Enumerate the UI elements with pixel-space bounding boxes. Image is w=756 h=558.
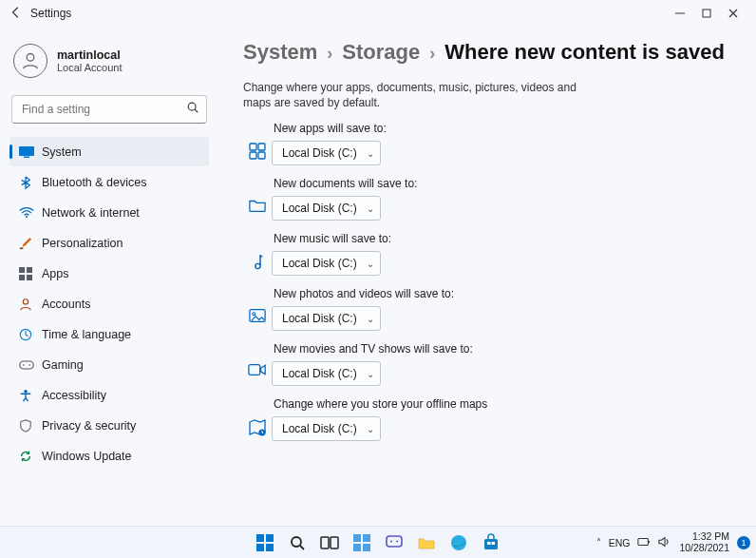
setting-row-music: New music will save to: Local Disk (C:) …: [243, 232, 729, 276]
video-icon: [243, 363, 272, 376]
svg-rect-21: [250, 152, 256, 159]
sidebar-item-label: Time & language: [42, 328, 131, 341]
breadcrumb-system[interactable]: System: [243, 40, 317, 65]
sidebar-item-label: System: [42, 145, 82, 159]
accounts-icon: [19, 298, 42, 311]
svg-rect-35: [331, 537, 338, 548]
svg-rect-22: [258, 152, 265, 159]
svg-rect-36: [353, 534, 361, 542]
taskbar-time: 1:32 PM: [679, 531, 729, 542]
back-button[interactable]: [9, 6, 30, 22]
photos-drive-dropdown[interactable]: Local Disk (C:) ⌄: [272, 306, 381, 331]
search-icon[interactable]: [186, 101, 199, 117]
sidebar-item-network[interactable]: Network & internet: [9, 198, 209, 227]
store-button[interactable]: [477, 529, 505, 557]
app-grid-icon: [243, 143, 272, 160]
maximize-button[interactable]: [693, 9, 720, 18]
svg-rect-11: [19, 275, 25, 280]
chevron-down-icon: ⌄: [367, 259, 374, 269]
setting-label: New apps will save to:: [272, 122, 387, 135]
user-name: martinlocal: [57, 48, 123, 62]
svg-rect-40: [387, 536, 402, 547]
edge-button[interactable]: [444, 529, 473, 557]
setting-row-photos: New photos and videos will save to: Loca…: [243, 287, 729, 331]
chevron-right-icon: ›: [327, 44, 332, 64]
gaming-icon: [19, 359, 42, 371]
dropdown-value: Local Disk (C:): [282, 257, 357, 270]
task-view-button[interactable]: [315, 529, 344, 557]
sidebar-item-system[interactable]: System: [9, 137, 209, 166]
svg-rect-28: [256, 534, 264, 542]
minimize-button[interactable]: [667, 9, 693, 18]
taskbar: ˄ ENG 1:32 PM 10/28/2021 1: [0, 526, 756, 558]
dropdown-value: Local Disk (C:): [282, 312, 357, 325]
chat-button[interactable]: [380, 529, 408, 557]
user-block[interactable]: martinlocal Local Account: [13, 44, 209, 78]
apps-icon: [19, 267, 42, 280]
dropdown-value: Local Disk (C:): [282, 367, 357, 380]
sidebar: martinlocal Local Account System Bluetoo…: [0, 27, 218, 526]
svg-rect-15: [20, 361, 33, 369]
taskbar-clock[interactable]: 1:32 PM 10/28/2021: [679, 531, 729, 552]
close-button[interactable]: [720, 9, 747, 18]
sidebar-item-apps[interactable]: Apps: [9, 259, 209, 288]
sidebar-item-accounts[interactable]: Accounts: [9, 289, 209, 318]
svg-point-3: [188, 103, 196, 110]
file-explorer-button[interactable]: [412, 529, 441, 557]
svg-rect-29: [266, 534, 274, 542]
sidebar-item-label: Gaming: [42, 358, 84, 372]
avatar-icon: [13, 44, 47, 78]
taskbar-search-button[interactable]: [283, 529, 312, 557]
svg-rect-20: [258, 144, 265, 150]
docs-drive-dropdown[interactable]: Local Disk (C:) ⌄: [272, 196, 381, 221]
sidebar-item-personalization[interactable]: Personalization: [9, 228, 209, 258]
setting-row-apps: New apps will save to: Local Disk (C:) ⌄: [243, 122, 729, 165]
start-button[interactable]: [251, 529, 279, 557]
update-icon: [19, 450, 42, 463]
chevron-down-icon: ⌄: [367, 148, 374, 159]
setting-label: Change where you store your offline maps: [272, 397, 487, 411]
setting-label: New movies and TV shows will save to:: [272, 342, 473, 356]
sidebar-nav: System Bluetooth & devices Network & int…: [9, 137, 209, 471]
picture-icon: [243, 308, 272, 323]
sidebar-item-bluetooth[interactable]: Bluetooth & devices: [9, 167, 209, 197]
svg-rect-12: [27, 275, 32, 280]
setting-label: New photos and videos will save to:: [272, 287, 454, 300]
chevron-down-icon: ⌄: [367, 203, 374, 214]
breadcrumb-current: Where new content is saved: [444, 40, 725, 65]
svg-point-23: [255, 264, 260, 269]
svg-point-32: [292, 537, 301, 547]
sidebar-item-update[interactable]: Windows Update: [9, 441, 209, 471]
maps-drive-dropdown[interactable]: Local Disk (C:) ⌄: [272, 416, 381, 441]
music-drive-dropdown[interactable]: Local Disk (C:) ⌄: [272, 251, 381, 276]
dropdown-value: Local Disk (C:): [282, 146, 357, 160]
sidebar-item-time[interactable]: Time & language: [9, 319, 209, 349]
setting-label: New music will save to:: [272, 232, 391, 245]
search-field-wrapper: [11, 95, 207, 124]
setting-row-movies: New movies and TV shows will save to: Lo…: [243, 342, 729, 386]
svg-point-16: [23, 364, 25, 366]
movies-drive-dropdown[interactable]: Local Disk (C:) ⌄: [272, 361, 381, 386]
widgets-button[interactable]: [348, 529, 376, 557]
setting-row-maps: Change where you store your offline maps…: [243, 397, 729, 441]
notification-badge[interactable]: 1: [737, 536, 750, 549]
page-description: Change where your apps, documents, music…: [243, 80, 585, 110]
sidebar-item-gaming[interactable]: Gaming: [9, 350, 209, 379]
sidebar-item-privacy[interactable]: Privacy & security: [9, 411, 209, 440]
network-tray-icon[interactable]: [637, 536, 651, 549]
wifi-icon: [19, 207, 42, 219]
svg-rect-1: [703, 10, 710, 17]
apps-drive-dropdown[interactable]: Local Disk (C:) ⌄: [272, 141, 381, 165]
svg-point-17: [28, 364, 30, 366]
sidebar-item-accessibility[interactable]: Accessibility: [9, 380, 209, 410]
language-indicator[interactable]: ENG: [609, 537, 631, 548]
window-title: Settings: [30, 7, 71, 20]
breadcrumb-storage[interactable]: Storage: [342, 40, 420, 65]
accessibility-icon: [19, 389, 42, 402]
tray-overflow-button[interactable]: ˄: [596, 537, 601, 548]
sidebar-item-label: Apps: [42, 267, 69, 280]
svg-rect-8: [20, 247, 24, 249]
volume-tray-icon[interactable]: [658, 536, 671, 549]
svg-rect-37: [363, 534, 370, 542]
search-input[interactable]: [11, 95, 207, 124]
